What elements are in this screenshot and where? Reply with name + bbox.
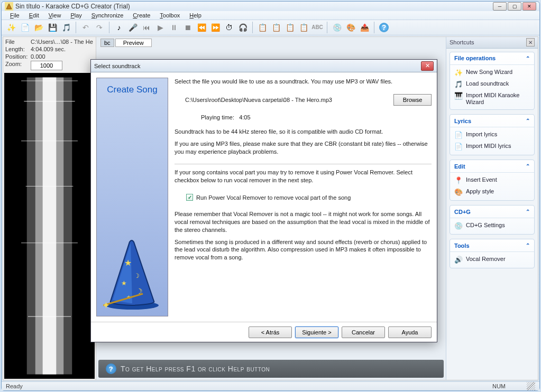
shortcut-item[interactable]: 📄Import lyrics (453, 129, 531, 141)
group-title: Lyrics (454, 118, 471, 124)
shortcuts-close-icon[interactable]: ✕ (526, 38, 535, 46)
menu-create[interactable]: Create (129, 11, 154, 20)
doc1-icon[interactable]: 📋 (256, 21, 269, 34)
undo-icon[interactable]: ↶ (79, 21, 92, 34)
shortcut-label: Import MIDI Karaoke Wizard (466, 92, 530, 106)
waveform-display[interactable] (4, 73, 95, 379)
wizard-icon[interactable]: ✨ (5, 21, 17, 34)
menu-edit[interactable]: Edit (25, 11, 43, 20)
app-icon (5, 2, 13, 11)
wizard-hat-icon: ★ ☽ ★ ☽ ★ ✦ (103, 237, 161, 311)
note-44khz: Soundtrack has to be 44 kHz stereo file,… (175, 128, 432, 136)
shortcut-item[interactable]: 📍Insert Event (453, 175, 531, 186)
shortcuts-title: Shortcuts (450, 39, 474, 45)
note-icon[interactable]: ♪ (113, 21, 125, 34)
left-panel: FileC:\Users\…\08 - The He Length:4:04.0… (3, 37, 96, 380)
skip-start-icon[interactable]: ⏮ (140, 21, 153, 34)
shortcut-icon: 📄 (454, 143, 463, 151)
headphones-icon[interactable]: 🎧 (236, 21, 249, 34)
dialog-close-button[interactable]: ✕ (421, 61, 434, 71)
chevron-up-icon: ⌃ (526, 242, 530, 248)
redo-icon[interactable]: ↷ (93, 21, 106, 34)
timer-icon[interactable]: ⏱ (223, 21, 235, 34)
music-file-icon[interactable]: 🎵 (60, 21, 72, 34)
shortcut-icon: 🔊 (454, 256, 463, 264)
open-icon[interactable]: 📂 (32, 21, 45, 34)
minimize-button[interactable]: ─ (493, 2, 507, 11)
shortcut-icon: 📍 (454, 176, 463, 185)
shortcut-item[interactable]: 📄Import MIDI lyrics (453, 141, 531, 153)
forward-icon[interactable]: ⏩ (209, 21, 222, 34)
group-header[interactable]: Tools⌃ (450, 239, 534, 252)
shortcut-item[interactable]: 🎨Apply style (453, 186, 531, 198)
help-button[interactable]: Ayuda (388, 326, 432, 338)
new-icon[interactable]: 📄 (19, 21, 31, 34)
position-label: Position: (5, 53, 31, 60)
shortcut-item[interactable]: 🔊Vocal Remover (453, 254, 531, 266)
length-value: 4:04.009 sec. (31, 46, 94, 52)
tab-bc[interactable]: bc (100, 39, 114, 47)
menu-help[interactable]: Help (185, 11, 206, 20)
doc2-icon[interactable]: 📋 (270, 21, 282, 34)
group-header[interactable]: File operations⌃ (450, 52, 534, 65)
position-value: 0.000 (31, 53, 94, 60)
export-icon[interactable]: 📤 (358, 21, 371, 34)
maximize-button[interactable]: ▢ (508, 2, 521, 11)
next-button[interactable]: Siguiente > (295, 326, 338, 338)
vocal-remover-label: Run Power Vocal Remover to remove vocal … (196, 194, 351, 201)
shortcut-label: New Song Wizard (466, 69, 512, 76)
menu-play[interactable]: Play (66, 11, 86, 20)
shortcut-icon: ✨ (454, 69, 463, 77)
doc3-icon[interactable]: 📋 (283, 21, 296, 34)
browse-button[interactable]: Browse (393, 94, 432, 106)
shortcut-item[interactable]: 💿CD+G Settings (453, 220, 531, 232)
disclaimer-1: Please remember that Vocal Remover is no… (175, 210, 432, 234)
help-strip-icon: ? (106, 363, 116, 374)
doc4-icon[interactable]: 📋 (297, 21, 310, 34)
cancel-button[interactable]: Cancelar (342, 326, 385, 338)
abc-icon[interactable]: ABC (311, 21, 324, 34)
play-icon[interactable]: ▶ (154, 21, 167, 34)
menu-file[interactable]: File (6, 11, 24, 20)
chevron-up-icon: ⌃ (526, 163, 530, 169)
save-icon[interactable]: 💾 (46, 21, 59, 34)
zoom-input[interactable] (31, 61, 62, 70)
toolbar: ✨ 📄 📂 💾 🎵 ↶ ↷ ♪ 🎤 ⏮ ▶ ⏸ ⏹ ⏪ ⏩ ⏱ 🎧 📋 📋 📋 … (2, 20, 539, 35)
shortcuts-panel: Shortcuts ✕ File operations⌃✨New Song Wi… (446, 37, 538, 380)
length-label: Length: (5, 46, 31, 52)
shortcut-item[interactable]: 🎹Import MIDI Karaoke Wizard (453, 90, 531, 107)
shortcut-group: Lyrics⌃📄Import lyrics📄Import MIDI lyrics (450, 114, 535, 155)
close-button[interactable]: ✕ (522, 2, 536, 11)
menu-synchronize[interactable]: Synchronize (87, 11, 128, 20)
shortcut-label: Load soundtrack (466, 80, 509, 87)
shortcut-icon: 🎹 (454, 92, 463, 100)
shortcut-item[interactable]: ✨New Song Wizard (453, 67, 531, 79)
group-title: File operations (454, 55, 496, 61)
disclaimer-2: Sometimes the song is produced in a diff… (175, 238, 432, 262)
menu-view[interactable]: View (44, 11, 66, 20)
rewind-icon[interactable]: ⏪ (195, 21, 208, 34)
stop-icon[interactable]: ⏹ (181, 21, 194, 34)
group-header[interactable]: Edit⌃ (450, 160, 534, 173)
palette-icon[interactable]: 🎨 (344, 21, 357, 34)
resize-grip-icon[interactable] (527, 382, 535, 390)
back-button[interactable]: < Atrás (249, 326, 292, 338)
tab-preview[interactable]: Preview (115, 39, 152, 47)
status-num: NUM (492, 383, 506, 389)
vocal-remover-checkbox[interactable]: ✓ (186, 194, 193, 201)
soundtrack-path: C:\Users\root\Desktop\Nueva carpeta\08 -… (185, 97, 387, 103)
shortcut-label: Import MIDI lyrics (466, 143, 511, 150)
titlebar: Sin título - Karaoke CD+G Creator (Trial… (2, 2, 539, 11)
cd-icon[interactable]: 💿 (331, 21, 343, 34)
group-header[interactable]: Lyrics⌃ (450, 115, 534, 127)
group-header[interactable]: CD+G⌃ (450, 206, 534, 218)
menu-toolbox[interactable]: Toolbox (155, 11, 184, 20)
svg-text:✦: ✦ (103, 300, 110, 311)
pause-icon[interactable]: ⏸ (168, 21, 180, 34)
shortcut-item[interactable]: 🎵Load soundtrack (453, 79, 531, 90)
file-value: C:\Users\…\08 - The He (31, 39, 94, 45)
mic-icon[interactable]: 🎤 (126, 21, 139, 34)
wizard-sidebar: Create Song ★ ☽ ★ ☽ ★ ✦ (96, 78, 168, 316)
file-label: File (5, 39, 31, 45)
help-icon[interactable]: ? (378, 21, 390, 34)
